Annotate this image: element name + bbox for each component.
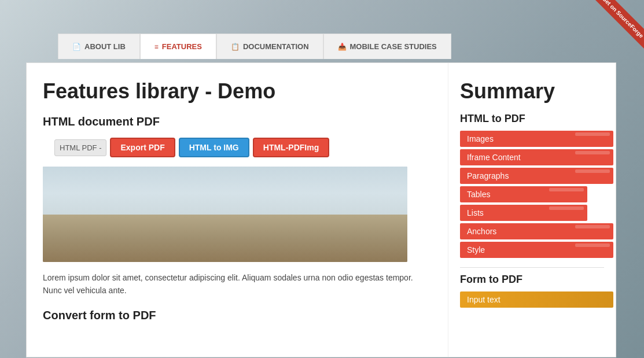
button-row: HTML PDF - Export PDF HTML to IMG HTML-P…	[43, 138, 432, 157]
tab-mobile[interactable]: 📥 MOBILE CASE STUDIES	[323, 34, 451, 59]
list-icon: ≡	[154, 43, 159, 51]
ribbon-text: Get on SourceForge	[591, 0, 644, 49]
tab-documentation-label: DOCUMENTATION	[243, 42, 309, 51]
tab-mobile-label: MOBILE CASE STUDIES	[350, 42, 437, 51]
floor-layer	[43, 215, 407, 263]
html-to-img-button[interactable]: HTML to IMG	[179, 138, 249, 157]
html-pdfimg-button[interactable]: HTML-PDFImg	[253, 138, 329, 157]
form-items-list: Input text	[460, 291, 604, 308]
export-pdf-button[interactable]: Export PDF	[110, 138, 175, 157]
page-title: Features library - Demo	[43, 79, 432, 104]
tab-about[interactable]: 📄 ABOUT LIB	[58, 34, 140, 59]
right-sidebar: Summary HTML to PDF Images Iframe Conten…	[448, 63, 616, 357]
summary-divider	[460, 267, 604, 268]
html-to-pdf-title: HTML to PDF	[460, 113, 604, 125]
sky-layer	[43, 167, 407, 219]
summary-item-tables[interactable]: Tables	[460, 186, 587, 202]
sourceforge-ribbon[interactable]: Get on SourceForge	[580, 0, 644, 64]
summary-items-list: Images Iframe Content Paragraphs Tables …	[460, 131, 604, 258]
tab-about-label: ABOUT LIB	[84, 42, 126, 51]
lorem-text: Lorem ipsum dolor sit amet, consectetur …	[43, 271, 432, 297]
docs-icon: 📋	[231, 43, 240, 51]
summary-item-lists[interactable]: Lists	[460, 205, 587, 221]
html-pdf-label: HTML PDF -	[54, 139, 106, 156]
html-document-section-title: HTML document PDF	[43, 115, 432, 128]
main-container: Features library - Demo HTML document PD…	[26, 62, 616, 357]
form-to-pdf-title: Form to PDF	[460, 274, 604, 286]
demo-image	[43, 167, 407, 262]
tab-features-label: FEATURES	[162, 42, 202, 51]
form-item-input-text[interactable]: Input text	[460, 291, 613, 308]
summary-item-iframe[interactable]: Iframe Content	[460, 149, 613, 165]
summary-title: Summary	[460, 79, 604, 104]
summary-item-paragraphs[interactable]: Paragraphs	[460, 168, 613, 184]
download-icon: 📥	[338, 43, 347, 51]
convert-form-title: Convert form to PDF	[43, 309, 432, 322]
summary-item-images[interactable]: Images	[460, 131, 613, 147]
tab-features[interactable]: ≡ FEATURES	[140, 34, 216, 59]
document-icon: 📄	[72, 43, 81, 51]
navigation-tabs: 📄 ABOUT LIB ≡ FEATURES 📋 DOCUMENTATION 📥…	[58, 34, 451, 59]
summary-item-anchors[interactable]: Anchors	[460, 223, 613, 239]
summary-item-style[interactable]: Style	[460, 242, 613, 258]
tab-documentation[interactable]: 📋 DOCUMENTATION	[216, 34, 323, 59]
left-content: Features library - Demo HTML document PD…	[27, 63, 448, 357]
